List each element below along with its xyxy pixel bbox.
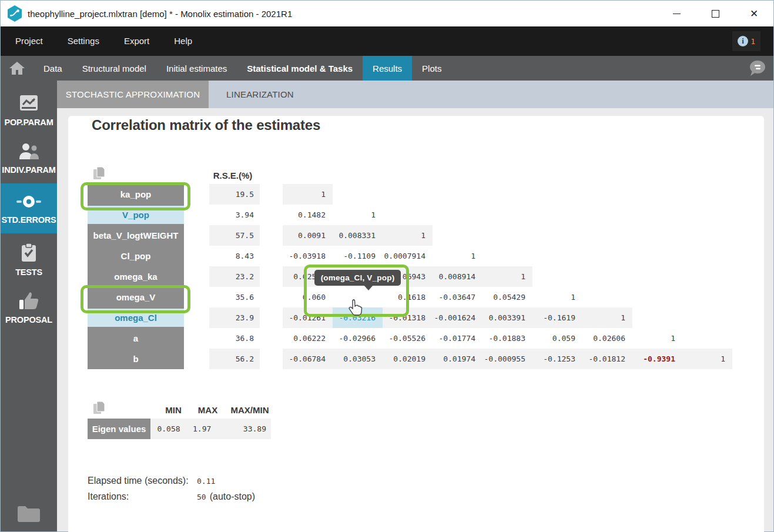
sidebar-item-proposal[interactable]: PROPOSAL — [1, 286, 57, 330]
spacer — [260, 266, 283, 287]
matrix-cell[interactable]: 1 — [283, 184, 333, 205]
spacer — [184, 328, 209, 349]
spacer — [184, 349, 209, 369]
copy-icon[interactable] — [92, 401, 106, 415]
matrix-cell[interactable]: -0.000955 — [483, 349, 532, 369]
matrix-cell[interactable]: 0.02019 — [383, 349, 433, 369]
home-tab[interactable] — [1, 56, 33, 81]
matrix-cell[interactable]: -0.05526 — [383, 328, 433, 349]
table-row: V_pop3.940.14821 — [88, 205, 732, 225]
sidebar-item-pop-param[interactable]: POP.PARAM — [1, 88, 57, 132]
matrix-cell[interactable]: 0.06222 — [283, 328, 333, 349]
matrix-cell[interactable]: 0.059 — [532, 328, 582, 349]
tab-initial-estimates[interactable]: Initial estimates — [156, 56, 237, 81]
subtab-stochastic-approximation[interactable]: STOCHASTIC APPROXIMATION — [57, 81, 209, 108]
menu-item-help[interactable]: Help — [162, 26, 205, 56]
info-icon: i — [738, 36, 748, 46]
page-title: Correlation matrix of the estimates — [92, 117, 764, 133]
matrix-cell[interactable]: 0.060 — [283, 287, 333, 307]
rse-value: 23.9 — [209, 307, 260, 328]
matrix-cell[interactable]: 1 — [333, 205, 383, 225]
rse-value: 35.6 — [209, 287, 260, 307]
matrix-cell[interactable]: 0.03053 — [333, 349, 383, 369]
tab-statistical-model-tasks[interactable]: Statistical model & Tasks — [237, 56, 363, 81]
eigen-maxmin-value: 33.89 — [219, 419, 271, 439]
matrix-cell[interactable]: -0.01318 — [383, 307, 433, 328]
spacer — [184, 184, 209, 205]
matrix-cell[interactable]: 1 — [532, 287, 582, 307]
spacer — [184, 205, 209, 225]
matrix-cell[interactable]: 0.1618 — [383, 287, 433, 307]
maximize-button[interactable] — [696, 1, 735, 26]
minimize-icon — [673, 14, 681, 14]
results-card: Correlation matrix of the estimates R.S.… — [68, 116, 764, 532]
tab-results[interactable]: Results — [363, 56, 412, 81]
matrix-row-label-cl-pop[interactable]: Cl_pop — [88, 246, 184, 266]
matrix-cell[interactable]: -0.001624 — [433, 307, 483, 328]
matrix-cell[interactable]: -0.06784 — [283, 349, 333, 369]
subtab-linearization[interactable]: LINEARIZATION — [209, 81, 311, 108]
monolix-logo-icon — [7, 5, 22, 22]
matrix-cell[interactable]: -0.02966 — [333, 328, 383, 349]
menu-item-settings[interactable]: Settings — [55, 26, 112, 56]
matrix-cell[interactable]: 0.02606 — [582, 328, 632, 349]
matrix-row-label-beta-v-logtweight[interactable]: beta_V_logtWEIGHT — [88, 225, 184, 246]
comment-bubble-icon[interactable] — [748, 59, 766, 77]
matrix-cell[interactable]: -0.03647 — [433, 287, 483, 307]
matrix-cell[interactable]: 0.003391 — [483, 307, 532, 328]
matrix-row-label-omega-cl[interactable]: omega_Cl — [88, 307, 184, 328]
matrix-cell[interactable]: -0.9391 — [632, 349, 682, 369]
matrix-cell[interactable]: 1 — [383, 225, 433, 246]
matrix-cell[interactable]: 1 — [582, 307, 632, 328]
results-sidebar: POP.PARAMINDIV.PARAMSTD.ERRORSTESTSPROPO… — [1, 81, 57, 531]
matrix-cell[interactable]: 1 — [632, 328, 682, 349]
tab-plots[interactable]: Plots — [412, 56, 451, 81]
matrix-cell[interactable]: 0.01974 — [433, 349, 483, 369]
window-title: theophylline_project.mlxtran [demo] * - … — [28, 9, 292, 19]
sidebar-item-tests[interactable]: TESTS — [1, 237, 57, 282]
rse-value: 23.2 — [209, 266, 260, 287]
matrix-cell[interactable]: -0.01261 — [283, 307, 333, 328]
rse-value: 19.5 — [209, 184, 260, 205]
matrix-cell[interactable]: 0.0091 — [283, 225, 333, 246]
matrix-row-label-omega-v[interactable]: omega_V — [88, 287, 184, 307]
menu-item-project[interactable]: Project — [1, 26, 55, 56]
matrix-cell[interactable]: 1 — [483, 266, 532, 287]
sidebar-item-indiv-param[interactable]: INDIV.PARAM — [1, 136, 57, 180]
sidebar-item-label: PROPOSAL — [5, 315, 52, 324]
matrix-cell[interactable]: -0.01774 — [433, 328, 483, 349]
matrix-row-label-a[interactable]: a — [88, 328, 184, 349]
matrix-cell[interactable]: 0.05429 — [483, 287, 532, 307]
matrix-cell[interactable]: -0.01883 — [483, 328, 532, 349]
matrix-row-label-omega-ka[interactable]: omega_ka — [88, 266, 184, 287]
tab-data[interactable]: Data — [33, 56, 72, 81]
matrix-cell[interactable]: 1 — [682, 349, 732, 369]
chart-icon — [18, 94, 39, 115]
matrix-cell[interactable]: 0.008331 — [333, 225, 383, 246]
matrix-cell[interactable]: -0.1109 — [333, 246, 383, 266]
matrix-cell[interactable]: 0.0007914 — [383, 246, 433, 266]
matrix-row-label-b[interactable]: b — [88, 349, 184, 369]
minimize-button[interactable] — [657, 1, 696, 26]
menu-bar: ProjectSettingsExportHelp i 1 — [1, 26, 773, 56]
matrix-cell[interactable]: -0.1253 — [532, 349, 582, 369]
matrix-cell[interactable]: -0.1619 — [532, 307, 582, 328]
close-button[interactable]: ✕ — [735, 1, 773, 26]
folder-button[interactable] — [16, 504, 41, 526]
matrix-cell[interactable]: 0.1482 — [283, 205, 333, 225]
notification-chip[interactable]: i 1 — [732, 31, 760, 51]
matrix-cell[interactable]: 1 — [433, 246, 483, 266]
matrix-row-label-v-pop[interactable]: V_pop — [88, 205, 184, 225]
folder-icon — [16, 504, 41, 523]
copy-icon[interactable] — [92, 166, 106, 180]
tab-structural-model[interactable]: Structural model — [72, 56, 156, 81]
matrix-cell[interactable]: -0.03918 — [283, 246, 333, 266]
eigen-row-label: Eigen values — [88, 419, 150, 439]
people-icon — [17, 142, 41, 163]
matrix-cell[interactable]: -0.01812 — [582, 349, 632, 369]
matrix-cell[interactable]: 0.008914 — [433, 266, 483, 287]
menu-item-export[interactable]: Export — [112, 26, 162, 56]
matrix-row-label-ka-pop[interactable]: ka_pop — [88, 184, 184, 205]
sidebar-item-std-errors[interactable]: STD.ERRORS — [1, 183, 57, 233]
spacer — [260, 184, 283, 205]
